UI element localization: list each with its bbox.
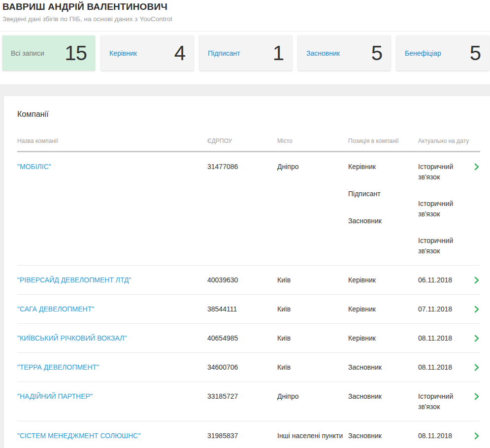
summary-card-value: 5 xyxy=(470,43,481,64)
chevron-right-icon xyxy=(474,364,479,371)
column-header-edrpou: ЄДРПОУ xyxy=(207,138,277,144)
company-chevron-cell xyxy=(473,275,480,284)
row-expand-button[interactable] xyxy=(474,335,479,342)
company-edrpou-cell: 31985837 xyxy=(207,431,277,441)
summary-card[interactable]: Всі записи 15 xyxy=(2,35,95,70)
table-row: "НАДІЙНИЙ ПАРТНЕР" 33185727 Дніпро Засно… xyxy=(17,382,480,421)
row-expand-button[interactable] xyxy=(474,163,479,171)
date-value: Історичний зв'язок xyxy=(418,391,468,412)
header-divider xyxy=(0,31,490,32)
page-subtitle: Зведені дані збігів по ПІБ, на основі да… xyxy=(2,15,172,23)
row-expand-button[interactable] xyxy=(474,306,479,313)
company-name-cell: "САГА ДЕВЕЛОПМЕНТ" xyxy=(17,304,207,314)
summary-card[interactable]: Підписант 1 xyxy=(199,35,292,70)
summary-card-label: Керівник xyxy=(109,49,137,57)
company-position-cell: КерівникПідписантЗасновник xyxy=(348,162,418,226)
summary-card-value: 5 xyxy=(371,43,382,64)
company-position-cell: Засновник xyxy=(348,431,418,441)
position-value: Підписант xyxy=(348,189,413,199)
company-chevron-cell xyxy=(473,333,480,342)
date-value: 08.11.2018 xyxy=(418,362,468,373)
company-name-link[interactable]: "НАДІЙНИЙ ПАРТНЕР" xyxy=(17,392,93,400)
summary-card[interactable]: Бенефіціар 5 xyxy=(396,35,489,70)
row-expand-button[interactable] xyxy=(474,432,479,440)
company-position-cell: Керівник xyxy=(348,275,418,285)
company-name-cell: "СІСТЕМ МЕНЕДЖМЕНТ СОЛЮШНС" xyxy=(17,431,207,441)
date-value: Історичний зв'язок xyxy=(418,199,468,219)
company-date-cell: 06.11.2018 xyxy=(418,275,473,285)
companies-section-title: Компанії xyxy=(17,110,480,119)
row-expand-button[interactable] xyxy=(474,276,479,284)
companies-panel: Компанії Назва компанії ЄДРПОУ Місто Поз… xyxy=(4,96,490,448)
column-header-spacer xyxy=(473,138,480,144)
company-city-cell: Київ xyxy=(277,333,348,344)
company-edrpou-cell: 31477086 xyxy=(207,162,277,172)
chevron-right-icon xyxy=(474,432,479,440)
company-city-cell: Київ xyxy=(277,362,348,373)
company-name-link[interactable]: "МОБІЛІС" xyxy=(17,163,51,171)
company-edrpou-cell: 34600706 xyxy=(207,362,277,373)
company-edrpou-cell: 40039630 xyxy=(207,275,277,285)
column-header-city: Місто xyxy=(277,138,348,144)
table-row: "МОБІЛІС" 31477086 Дніпро КерівникПідпис… xyxy=(17,152,480,266)
position-value: Засновник xyxy=(348,216,413,226)
date-value: 06.11.2018 xyxy=(418,275,468,285)
row-expand-button[interactable] xyxy=(474,364,479,371)
company-name-link[interactable]: "САГА ДЕВЕЛОПМЕНТ" xyxy=(17,305,94,313)
position-value: Засновник xyxy=(348,431,413,441)
company-chevron-cell xyxy=(473,431,480,440)
position-value: Засновник xyxy=(348,362,413,373)
chevron-right-icon xyxy=(474,276,479,284)
table-row: "САГА ДЕВЕЛОПМЕНТ" 38544111 Київ Керівни… xyxy=(17,295,480,324)
position-value: Керівник xyxy=(348,333,413,344)
company-chevron-cell xyxy=(473,362,480,371)
company-name-cell: "НАДІЙНИЙ ПАРТНЕР" xyxy=(17,391,207,402)
summary-card-label: Бенефіціар xyxy=(405,49,441,57)
company-edrpou-cell: 38544111 xyxy=(207,304,277,314)
company-name-link[interactable]: "СІСТЕМ МЕНЕДЖМЕНТ СОЛЮШНС" xyxy=(17,432,140,440)
date-value: 08.11.2018 xyxy=(418,333,468,344)
position-value: Керівник xyxy=(348,275,413,285)
company-date-cell: 08.11.2018 xyxy=(418,333,473,344)
chevron-right-icon xyxy=(474,393,479,400)
page-header: ВАВРИШ АНДРІЙ ВАЛЕНТИНОВИЧ Зведені дані … xyxy=(0,0,490,84)
summary-card[interactable]: Керівник 4 xyxy=(101,35,194,70)
summary-card-label: Засновник xyxy=(306,49,340,57)
column-header-name: Назва компанії xyxy=(17,138,207,144)
summary-card[interactable]: Засновник 5 xyxy=(298,35,391,70)
companies-table-header: Назва компанії ЄДРПОУ Місто Позиція в ко… xyxy=(17,138,480,152)
chevron-right-icon xyxy=(474,163,479,171)
position-value: Засновник xyxy=(348,391,413,402)
company-date-cell: Історичний зв'язок xyxy=(418,391,473,412)
content-section: Компанії Назва компанії ЄДРПОУ Місто Поз… xyxy=(0,84,490,448)
companies-table-body: "МОБІЛІС" 31477086 Дніпро КерівникПідпис… xyxy=(17,152,480,448)
company-date-cell: 07.11.2018 xyxy=(418,304,473,314)
company-name-link[interactable]: "ТЕРРА ДЕВЕЛОПМЕНТ" xyxy=(17,363,99,371)
date-value: Історичний зв'язок xyxy=(418,162,468,182)
company-position-cell: Керівник xyxy=(348,304,418,314)
company-date-cell: 08.11.2018 xyxy=(418,431,473,441)
table-row: "СІСТЕМ МЕНЕДЖМЕНТ СОЛЮШНС" 31985837 Інш… xyxy=(17,421,480,448)
company-date-cell: 08.11.2018 xyxy=(418,362,473,373)
chevron-right-icon xyxy=(474,335,479,342)
summary-cards: Всі записи 15 Керівник 4 Підписант 1 Зас… xyxy=(2,35,489,70)
company-name-link[interactable]: "КИЇВСЬКИЙ РІЧКОВИЙ ВОКЗАЛ" xyxy=(17,334,127,342)
company-position-cell: Засновник xyxy=(348,362,418,373)
company-city-cell: Київ xyxy=(277,304,348,314)
date-value: 07.11.2018 xyxy=(418,304,468,314)
company-edrpou-cell: 33185727 xyxy=(207,391,277,402)
company-city-cell: Дніпро xyxy=(277,162,348,172)
company-city-cell: Дніпро xyxy=(277,391,348,402)
date-value: 08.11.2018 xyxy=(418,431,468,441)
position-value: Керівник xyxy=(348,162,413,172)
summary-card-value: 1 xyxy=(273,43,284,64)
company-edrpou-cell: 40654985 xyxy=(207,333,277,344)
summary-card-value: 4 xyxy=(174,43,185,64)
company-name-cell: "КИЇВСЬКИЙ РІЧКОВИЙ ВОКЗАЛ" xyxy=(17,333,207,344)
company-city-cell: Інші населені пункти xyxy=(277,431,348,441)
table-row: "КИЇВСЬКИЙ РІЧКОВИЙ ВОКЗАЛ" 40654985 Киї… xyxy=(17,324,480,353)
company-name-link[interactable]: "РІВЕРСАЙД ДЕВЕЛОПМЕНТ ЛТД" xyxy=(17,276,131,284)
row-expand-button[interactable] xyxy=(474,393,479,400)
column-header-date: Актуально на дату xyxy=(418,138,473,144)
page-title: ВАВРИШ АНДРІЙ ВАЛЕНТИНОВИЧ xyxy=(2,1,167,12)
